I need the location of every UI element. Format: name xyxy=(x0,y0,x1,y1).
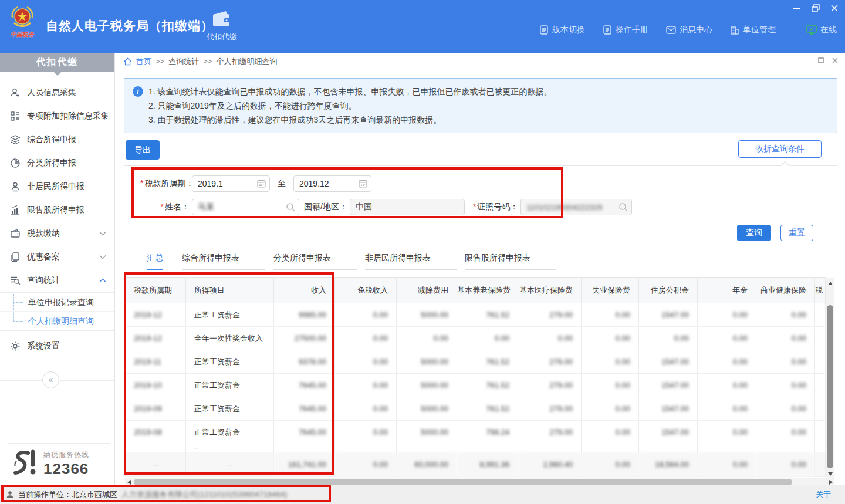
building-icon xyxy=(730,26,739,35)
scroll-down-arrow[interactable] xyxy=(826,470,834,478)
vertical-scrollbar[interactable] xyxy=(826,278,834,478)
report-tab[interactable]: 分类所得申报表 xyxy=(273,253,357,270)
panel-notch xyxy=(781,161,789,170)
table-cell: 0.00 xyxy=(518,327,582,350)
hotline-block: 纳税服务热线 12366 xyxy=(8,443,110,479)
top-navigation: 版本切换 操作手册 消息中心 单位管理 xyxy=(539,25,776,35)
table-cell xyxy=(582,444,639,452)
sidebar-item-label: 优惠备案 xyxy=(27,252,60,262)
sidebar-collapse-button[interactable]: « xyxy=(42,371,59,388)
table-cell: 0.00 xyxy=(582,452,639,477)
table-cell xyxy=(698,444,756,452)
table-cell: 全年一次性奖金收入 xyxy=(186,327,274,350)
sidebar-item-comprehensive-income[interactable]: 综合所得申报 xyxy=(0,128,114,151)
table-cell: 0.00 xyxy=(457,327,518,350)
sidebar-item-query-statistics[interactable]: 查询统计 xyxy=(0,269,114,292)
table-cell: 279.00 xyxy=(518,303,582,327)
sidebar-subitem-personal-withholding-detail-query[interactable]: 个人扣缴明细查询 xyxy=(0,312,114,330)
reset-button[interactable]: 重置 xyxy=(780,225,813,241)
query-conditions-panel: *税款所属期： 2019.1 至 2019.12 *姓名： 马某 xyxy=(124,165,837,241)
current-unit-text: 当前操作单位：北京市西城区 xyxy=(18,489,117,500)
period-to-input[interactable]: 2019.12 xyxy=(293,175,371,192)
sidebar-item-restricted-stock[interactable]: 限售股所得申报 xyxy=(0,198,114,222)
table-cell: 0.00 xyxy=(582,397,639,421)
table-cell xyxy=(126,444,186,452)
table-cell xyxy=(457,444,518,452)
about-link[interactable]: 关于 xyxy=(816,489,831,500)
wallet-icon xyxy=(212,11,232,28)
table-cell xyxy=(815,350,826,374)
period-from-input[interactable]: 2019.1 xyxy=(192,175,270,192)
table-cell: .. xyxy=(186,444,274,452)
module-tab-withholding[interactable]: 代扣代缴 xyxy=(207,11,237,42)
report-tab[interactable]: 综合所得申报表 xyxy=(182,253,265,270)
breadcrumb-home-link[interactable]: 首页 xyxy=(136,56,151,67)
table-cell: 0.00 xyxy=(698,327,756,350)
table-cell: 27500.00 xyxy=(274,327,335,350)
table-cell: 正常工资薪金 xyxy=(186,397,274,421)
export-button[interactable]: 导出 xyxy=(126,140,160,160)
scroll-up-arrow[interactable] xyxy=(826,279,834,287)
table-cell: 0.00 xyxy=(698,421,756,444)
table-cell: 7645.00 xyxy=(274,397,335,421)
table-cell: 2019-11 xyxy=(126,350,186,374)
sidebar-item-tax-payment[interactable]: 税款缴纳 xyxy=(0,222,114,245)
table-cell: 2019-09 xyxy=(126,397,186,421)
column-header: 减除费用 xyxy=(397,278,457,303)
search-icon[interactable] xyxy=(286,202,295,212)
hotline-label: 纳税服务热线 xyxy=(43,450,89,460)
module-tab-label: 代扣代缴 xyxy=(207,32,237,42)
collapse-query-conditions-button[interactable]: 收折查询条件 xyxy=(738,140,822,158)
minimize-button[interactable] xyxy=(792,4,802,13)
search-icon[interactable] xyxy=(618,202,628,212)
panel-close-icon[interactable] xyxy=(832,57,838,63)
restore-button[interactable] xyxy=(811,4,820,13)
status-bar: 当前操作单位：北京市西城区 人力资源服务有限公司(121101025396047… xyxy=(0,485,845,504)
mail-icon xyxy=(666,26,676,34)
chevron-down-icon xyxy=(99,255,106,259)
sidebar-item-label: 综合所得申报 xyxy=(27,134,76,145)
table-cell: 0.00 xyxy=(756,452,815,477)
sidebar-item-system-settings[interactable]: 系统设置 xyxy=(0,334,114,358)
sidebar-item-classified-income[interactable]: 分类所得申报 xyxy=(0,151,114,175)
period-to-value: 2019.12 xyxy=(299,179,329,188)
table-cell: 5000.00 xyxy=(397,397,457,421)
table-row: 2019-11正常工资薪金9378.000.005000.00761.52279… xyxy=(126,350,826,374)
nav-message-center[interactable]: 消息中心 xyxy=(666,25,712,35)
nationality-label: 国籍/地区： xyxy=(304,202,347,212)
nav-version-switch[interactable]: 版本切换 xyxy=(539,25,585,35)
table-cell: 761.52 xyxy=(457,350,518,374)
window-controls xyxy=(792,4,839,13)
sidebar-item-special-deduction[interactable]: 专项附加扣除信息采集 xyxy=(0,104,114,128)
notice-line: 3. 由于数据处理的滞后性，建议您在申报成功3天之后再来查询最新的申报数据。 xyxy=(148,113,552,127)
chevron-down-icon xyxy=(99,231,106,236)
sidebar-item-personnel-info[interactable]: 人员信息采集 xyxy=(0,81,114,104)
table-cell: 0.00 xyxy=(335,397,397,421)
table-cell: 0.00 xyxy=(698,350,756,374)
notice-box: i 1. 该查询统计表仅能查询已申报成功的数据，不包含未申报、申报失败，已申报但… xyxy=(124,78,837,133)
table-cell: 0.00 xyxy=(756,421,815,444)
nationality-input[interactable]: 中国 xyxy=(350,199,465,215)
table-cell: 18,564.00 xyxy=(639,452,698,477)
panel-maximize-icon[interactable] xyxy=(818,57,824,63)
nav-manual[interactable]: 操作手册 xyxy=(603,25,648,35)
report-tab[interactable]: 非居民所得申报表 xyxy=(365,253,457,270)
person-add-icon xyxy=(9,87,21,99)
query-button[interactable]: 查询 xyxy=(737,225,771,241)
breadcrumb-separator: >> xyxy=(156,57,164,66)
name-input[interactable]: 马某 xyxy=(192,199,299,215)
id-number-input[interactable]: 110102199304222329 xyxy=(520,199,632,215)
report-tab[interactable]: 汇总 xyxy=(147,253,163,270)
table-cell xyxy=(815,421,826,444)
nav-unit-management[interactable]: 单位管理 xyxy=(730,25,776,35)
report-tab[interactable]: 限售股所得申报表 xyxy=(465,253,556,270)
breadcrumb-separator: >> xyxy=(203,57,212,66)
tax-emblem-logo: 中国税务 xyxy=(7,5,38,39)
layers-icon xyxy=(9,134,21,146)
close-button[interactable] xyxy=(830,4,839,13)
sidebar-item-nonresident-income[interactable]: 非居民所得申报 xyxy=(0,175,114,198)
sidebar-item-preferential-filing[interactable]: 优惠备案 xyxy=(0,245,114,269)
vertical-scroll-thumb[interactable] xyxy=(827,305,833,468)
sidebar-subitem-unit-declaration-query[interactable]: 单位申报记录查询 xyxy=(0,293,114,312)
sidebar-item-label: 查询统计 xyxy=(27,275,60,286)
